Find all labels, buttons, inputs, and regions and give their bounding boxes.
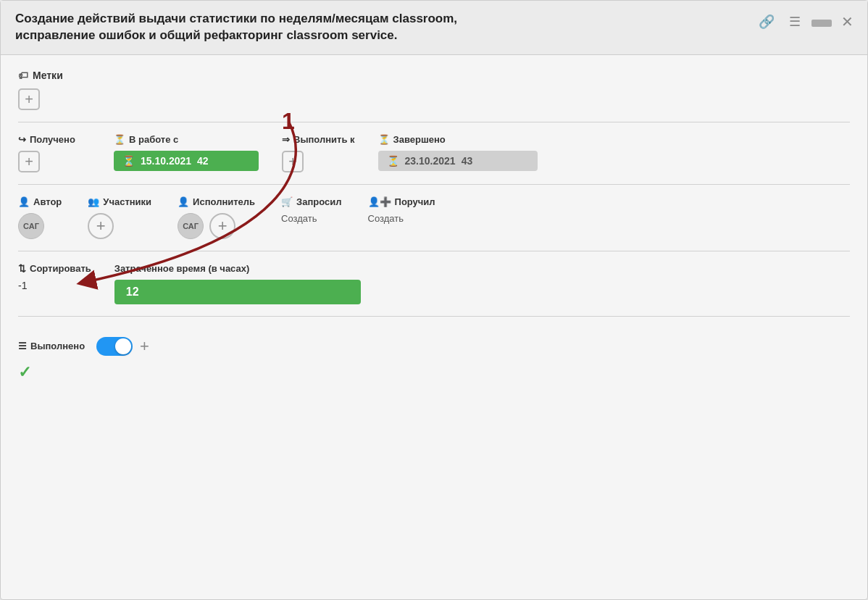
ispolnitel-avatar[interactable]: САГ bbox=[178, 213, 204, 239]
zaprosil-label: 🛒 Запросил bbox=[281, 196, 341, 207]
v-rabote-group: ⏳ В работе с ⏳ 15.10.2021 42 bbox=[114, 134, 259, 171]
sort-row: ⇅ Сортировать -1 Затраченное время (в ча… bbox=[18, 263, 850, 304]
ispolnitel-group: 👤 Исполнитель САГ + bbox=[178, 196, 255, 239]
toggle-row: + bbox=[96, 337, 149, 356]
link-icon[interactable]: 🔗 bbox=[755, 12, 778, 31]
vypolnit-label: ⇒ Выполнить к bbox=[282, 134, 355, 145]
poruchil-label: 👤➕ Поручил bbox=[368, 196, 435, 207]
checkmark-icon: ✓ bbox=[18, 363, 31, 381]
vypolneno-row: ☰ Выполнено + bbox=[18, 337, 850, 356]
time-group: Затраченное время (в часах) 12 bbox=[114, 263, 361, 304]
time-label: Затраченное время (в часах) bbox=[114, 263, 361, 274]
menu-icon[interactable]: ☰ bbox=[785, 12, 804, 31]
avtor-avatar[interactable]: САГ bbox=[18, 213, 44, 239]
title-bar: Создание действий выдачи статистики по н… bbox=[1, 1, 867, 55]
zaversheno-label: ⏳ Завершено bbox=[378, 134, 538, 145]
close-button[interactable]: ✕ bbox=[839, 13, 856, 30]
avtor-group: 👤 Автор САГ bbox=[18, 196, 62, 239]
uchastniki-label: 👥 Участники bbox=[88, 196, 151, 207]
cart-icon: 🛒 bbox=[281, 196, 293, 207]
avtor-label: 👤 Автор bbox=[18, 196, 62, 207]
hourglass-icon: ⏳ bbox=[114, 134, 125, 145]
users-section: 👤 Автор САГ 👥 Участники + bbox=[18, 196, 850, 251]
dates-section: ↪ Получено + ⏳ В работе с ⏳ 15.10.2021 4… bbox=[18, 134, 850, 185]
sortirovt-group: ⇅ Сортировать -1 bbox=[18, 263, 91, 291]
v-rabote-label: ⏳ В работе с bbox=[114, 134, 259, 145]
sortirovt-label: ⇅ Сортировать bbox=[18, 263, 91, 274]
metki-section: 🏷 Метки + bbox=[18, 70, 850, 122]
people-icon: 👥 bbox=[88, 196, 99, 207]
zaversheno-value-bar: ⏳ 23.10.2021 43 bbox=[378, 151, 538, 171]
list-icon: ☰ bbox=[18, 341, 27, 351]
zaversheno-group: ⏳ Завершено ⏳ 23.10.2021 43 bbox=[378, 134, 538, 171]
add-vypolneno-button[interactable]: + bbox=[140, 337, 149, 356]
window-title: Создание действий выдачи статистики по н… bbox=[15, 11, 522, 44]
metki-label: 🏷 Метки bbox=[18, 70, 850, 81]
check-mark: ✓ bbox=[18, 363, 850, 382]
ispolnitel-avatar-row: САГ + bbox=[178, 213, 255, 239]
hourglass-gray-icon: ⏳ bbox=[387, 155, 399, 167]
add-polucheno-button[interactable]: + bbox=[18, 151, 40, 172]
dates-row: ↪ Получено + ⏳ В работе с ⏳ 15.10.2021 4… bbox=[18, 134, 850, 172]
polucheno-group: ↪ Получено + bbox=[18, 134, 91, 172]
sort-icon: ⇅ bbox=[18, 263, 26, 274]
person2-icon: 👤 bbox=[178, 196, 189, 207]
add-ispolnitel-button[interactable]: + bbox=[209, 213, 235, 239]
sortirovt-value: -1 bbox=[18, 280, 91, 291]
users-row: 👤 Автор САГ 👥 Участники + bbox=[18, 196, 850, 239]
add-metki-button[interactable]: + bbox=[18, 88, 40, 110]
polucheno-label: ↪ Получено bbox=[18, 134, 91, 145]
minimize-button[interactable] bbox=[811, 20, 832, 27]
window-actions: 🔗 ☰ ✕ bbox=[755, 12, 856, 31]
hourglass-small-icon: ⏳ bbox=[122, 155, 135, 167]
tag-icon: 🏷 bbox=[18, 70, 28, 81]
main-window: Создание действий выдачи статистики по н… bbox=[0, 0, 868, 600]
uchastniki-group: 👥 Участники + bbox=[88, 196, 151, 239]
zaprosil-group: 🛒 Запросил Создать bbox=[281, 196, 341, 224]
poruchil-group: 👤➕ Поручил Создать bbox=[368, 196, 435, 224]
content-area: 🏷 Метки + ↪ Получено + ⏳ bbox=[1, 55, 867, 401]
add-vypolnit-button[interactable]: + bbox=[282, 151, 304, 172]
vypolneno-toggle[interactable] bbox=[96, 337, 133, 356]
assign-icon: 👤➕ bbox=[368, 196, 391, 207]
time-value-bar[interactable]: 12 bbox=[114, 280, 361, 304]
hourglass2-icon: ⏳ bbox=[378, 134, 390, 145]
arrow-right-icon: ⇒ bbox=[282, 134, 290, 145]
avtor-avatar-row: САГ bbox=[18, 213, 62, 239]
sort-section: ⇅ Сортировать -1 Затраченное время (в ча… bbox=[18, 263, 850, 317]
toggle-knob bbox=[115, 338, 131, 354]
zaprosil-create-link[interactable]: Создать bbox=[281, 213, 341, 224]
person-icon: 👤 bbox=[18, 196, 30, 207]
uchastniki-avatar-row: + bbox=[88, 213, 151, 239]
vypolneno-section: ☰ Выполнено + ✓ bbox=[18, 328, 850, 386]
vypolneno-label: ☰ Выполнено bbox=[18, 341, 85, 351]
polucheno-icon: ↪ bbox=[18, 134, 26, 145]
add-uchastnik-button[interactable]: + bbox=[88, 213, 114, 239]
ispolnitel-label: 👤 Исполнитель bbox=[178, 196, 255, 207]
v-rabote-value-bar[interactable]: ⏳ 15.10.2021 42 bbox=[114, 151, 259, 171]
poruchil-create-link[interactable]: Создать bbox=[368, 213, 435, 224]
vypolnit-group: ⇒ Выполнить к + bbox=[282, 134, 355, 172]
